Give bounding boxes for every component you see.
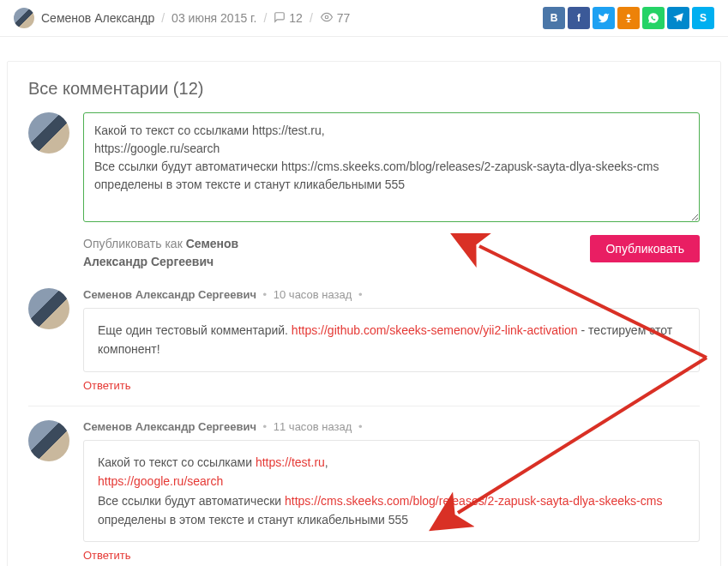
comment-link[interactable]: https://cms.skeeks.com/blog/releases/2-z… (285, 494, 662, 508)
share-skype[interactable]: S (692, 7, 714, 29)
comments-panel: Все комментарии (12) Опубликовать как Се… (7, 61, 721, 566)
separator-dot: • (358, 420, 363, 433)
comment-form: Опубликовать как Семенов Александр Серге… (28, 112, 700, 271)
post-date: 03 июня 2015 г. (171, 11, 256, 25)
share-whatsapp[interactable] (642, 7, 665, 29)
reply-link[interactable]: Ответить (83, 379, 131, 392)
comment-item: Семенов Александр Сергеевич • 10 часов н… (28, 288, 700, 392)
author-avatar-small[interactable] (14, 8, 34, 28)
share-ok[interactable] (617, 7, 640, 29)
form-footer: Опубликовать как Семенов Александр Серге… (83, 235, 700, 271)
share-twitter[interactable] (593, 7, 615, 29)
comment-header: Семенов Александр Сергеевич • 10 часов н… (83, 288, 700, 301)
svg-point-1 (627, 15, 630, 18)
comment-body: Семенов Александр Сергеевич • 10 часов н… (83, 288, 700, 392)
views-count: 77 (320, 11, 351, 26)
comment-author[interactable]: Семенов Александр Сергеевич (83, 288, 256, 301)
comment-text: Какой то текст со ссылками https://test.… (83, 440, 700, 543)
comment-header: Семенов Александр Сергеевич • 11 часов н… (83, 420, 700, 433)
share-buttons: B f S (543, 7, 714, 29)
comment-time: 11 часов назад (274, 420, 352, 433)
comment-time: 10 часов назад (274, 288, 352, 301)
eye-icon (320, 11, 334, 26)
share-facebook[interactable]: f (568, 7, 590, 29)
post-meta-left: Семенов Александр / 03 июня 2015 г. / 12… (14, 8, 543, 28)
comment-textarea[interactable] (83, 112, 700, 222)
comment-body: Семенов Александр Сергеевич • 11 часов н… (83, 420, 700, 563)
publish-as-label: Опубликовать как Семенов Александр Серге… (83, 235, 306, 271)
publish-button[interactable]: Опубликовать (590, 235, 700, 262)
comment-link[interactable]: https://google.ru/search (98, 474, 223, 488)
svg-point-0 (325, 15, 328, 19)
divider (28, 406, 700, 406)
reply-link[interactable]: Ответить (83, 549, 131, 562)
author-name[interactable]: Семенов Александр (41, 11, 154, 25)
separator-dot: • (263, 420, 268, 433)
comments-title: Все комментарии (12) (28, 79, 700, 99)
user-avatar[interactable] (28, 112, 69, 154)
share-vk[interactable]: B (543, 7, 565, 29)
separator: / (263, 11, 267, 25)
comment-author[interactable]: Семенов Александр Сергеевич (83, 420, 256, 433)
separator: / (161, 11, 165, 25)
form-body: Опубликовать как Семенов Александр Серге… (83, 112, 700, 271)
separator-dot: • (263, 288, 268, 301)
comment-link[interactable]: https://github.com/skeeks-semenov/yii2-l… (292, 323, 578, 337)
comment-text: Еще один тестовый комментарий. https://g… (83, 308, 700, 372)
comment-item: Семенов Александр Сергеевич • 11 часов н… (28, 420, 700, 563)
share-telegram[interactable] (667, 7, 689, 29)
commenter-avatar[interactable] (28, 420, 69, 461)
comment-link[interactable]: https://test.ru (256, 455, 325, 469)
post-meta-bar: Семенов Александр / 03 июня 2015 г. / 12… (0, 0, 728, 37)
commenter-avatar[interactable] (28, 288, 69, 329)
comments-count[interactable]: 12 (274, 11, 303, 26)
separator-dot: • (358, 288, 363, 301)
comment-icon (274, 11, 286, 26)
separator: / (310, 11, 313, 25)
